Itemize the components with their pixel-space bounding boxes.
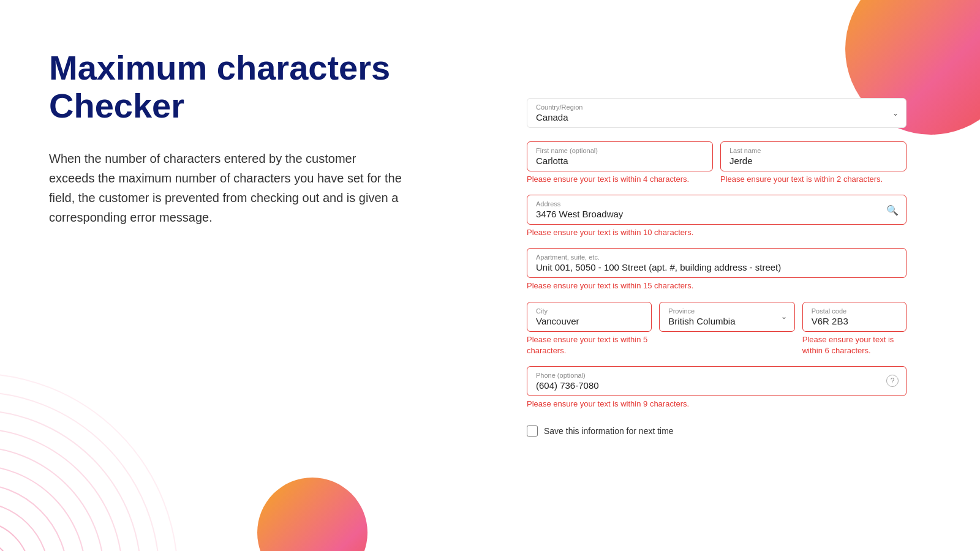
last-name-error: Please ensure your text is within 2 char… <box>720 174 907 185</box>
apartment-field-group: Apartment, suite, etc. Please ensure you… <box>527 248 907 296</box>
name-row: First name (optional) Please ensure your… <box>527 141 907 195</box>
city-province-postal-row: City Please ensure your text is within 5… <box>527 302 907 366</box>
last-name-input[interactable] <box>729 156 897 166</box>
country-label: Country/Region <box>536 103 897 111</box>
last-name-wrapper: Last name <box>720 141 907 171</box>
apartment-input[interactable] <box>536 262 897 272</box>
left-panel: Maximum characters Checker When the numb… <box>0 0 459 551</box>
form-container: Country/Region Canada United States Unit… <box>527 98 907 437</box>
first-name-label: First name (optional) <box>536 147 704 154</box>
phone-error: Please ensure your text is within 9 char… <box>527 399 907 410</box>
phone-label: Phone (optional) <box>536 372 897 379</box>
address-label: Address <box>536 200 897 208</box>
save-checkbox[interactable] <box>527 425 538 437</box>
address-wrapper: Address 🔍 <box>527 195 907 225</box>
address-field-group: Address 🔍 Please ensure your text is wit… <box>527 195 907 243</box>
apartment-error: Please ensure your text is within 15 cha… <box>527 280 907 291</box>
save-label: Save this information for next time <box>544 426 674 436</box>
last-name-label: Last name <box>729 147 897 154</box>
phone-field-group: Phone (optional) ? Please ensure your te… <box>527 366 907 414</box>
postal-error: Please ensure your text is within 6 char… <box>802 334 907 356</box>
page-title: Maximum characters Checker <box>49 49 410 124</box>
right-panel: Country/Region Canada United States Unit… <box>490 0 980 551</box>
first-name-field-group: First name (optional) Please ensure your… <box>527 141 713 190</box>
city-error: Please ensure your text is within 5 char… <box>527 334 652 356</box>
search-icon: 🔍 <box>886 204 899 216</box>
city-label: City <box>536 307 643 315</box>
address-error: Please ensure your text is within 10 cha… <box>527 227 907 238</box>
postal-label: Postal code <box>812 307 897 315</box>
apartment-label: Apartment, suite, etc. <box>536 253 897 261</box>
country-select[interactable]: Canada United States United Kingdom <box>536 112 897 122</box>
postal-input[interactable] <box>812 316 897 326</box>
phone-wrapper: Phone (optional) ? <box>527 366 907 396</box>
city-wrapper: City <box>527 302 652 332</box>
help-icon[interactable]: ? <box>886 375 899 387</box>
city-input[interactable] <box>536 316 643 326</box>
province-wrapper: Province British Columbia Alberta Ontari… <box>659 302 794 332</box>
description-text: When the number of characters entered by… <box>49 149 404 227</box>
province-field-group: Province British Columbia Alberta Ontari… <box>659 302 794 361</box>
city-field-group: City Please ensure your text is within 5… <box>527 302 652 361</box>
phone-input[interactable] <box>536 380 897 391</box>
postal-field-group: Postal code Please ensure your text is w… <box>802 302 907 361</box>
province-select[interactable]: British Columbia Alberta Ontario Quebec <box>668 316 785 326</box>
last-name-field-group: Last name Please ensure your text is wit… <box>720 141 907 190</box>
first-name-wrapper: First name (optional) <box>527 141 713 171</box>
address-input[interactable] <box>536 209 897 219</box>
save-checkbox-row: Save this information for next time <box>527 425 907 437</box>
country-wrapper: Country/Region Canada United States Unit… <box>527 98 907 128</box>
apartment-wrapper: Apartment, suite, etc. <box>527 248 907 278</box>
province-label: Province <box>668 307 785 315</box>
first-name-error: Please ensure your text is within 4 char… <box>527 174 713 185</box>
country-field-group: Country/Region Canada United States Unit… <box>527 98 907 137</box>
first-name-input[interactable] <box>536 156 704 166</box>
postal-wrapper: Postal code <box>802 302 907 332</box>
